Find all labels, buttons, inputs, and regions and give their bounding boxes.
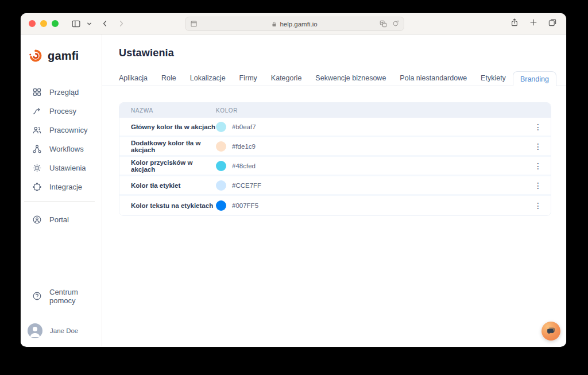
- tab-etykiety[interactable]: Etykiety: [474, 71, 513, 86]
- hierarchy-icon: [32, 144, 42, 154]
- settings-tabs: Aplikacja Role Lokalizacje Firmy Kategor…: [102, 71, 566, 86]
- flow-arrow-icon: [32, 106, 42, 116]
- color-swatch: [216, 141, 226, 152]
- gear-icon: [32, 163, 42, 173]
- row-name: Dodatkowy kolor tła w akcjach: [131, 140, 216, 153]
- browser-toolbar: help.gamfi.io: [21, 13, 566, 34]
- page-title: Ustawienia: [119, 47, 566, 59]
- row-name: Kolor tekstu na etykietach: [131, 202, 216, 209]
- tab-kategorie[interactable]: Kategorie: [264, 71, 309, 86]
- avatar: [28, 323, 42, 338]
- sidebar: gamfi Przegląd Procesy Pracownicy Work: [21, 34, 102, 346]
- reader-mode-icon[interactable]: [189, 20, 198, 30]
- sidebar-item-label: Ustawienia: [49, 164, 86, 172]
- tab-lokalizacje[interactable]: Lokalizacje: [183, 71, 233, 86]
- chevron-down-icon[interactable]: [87, 21, 92, 26]
- traffic-lights: [29, 20, 59, 27]
- forward-icon[interactable]: [117, 20, 125, 28]
- share-icon[interactable]: [510, 18, 519, 29]
- people-icon: [32, 125, 42, 135]
- main-content: Ustawienia Aplikacja Role Lokalizacje Fi…: [102, 34, 566, 346]
- chat-widget-button[interactable]: [541, 322, 560, 341]
- color-swatch: [216, 161, 226, 171]
- help-center-label: Centrum pomocy: [49, 288, 102, 305]
- tab-overview-icon[interactable]: [548, 18, 557, 29]
- sidebar-item-procesy[interactable]: Procesy: [21, 102, 102, 121]
- lock-icon: [272, 21, 277, 28]
- column-header-kolor: KOLOR: [216, 107, 525, 114]
- table-row: Główny kolor tła w akcjach #b0eaf7 ⋮: [119, 118, 551, 137]
- table-row: Dodatkowy kolor tła w akcjach #fde1c9 ⋮: [119, 137, 551, 157]
- new-tab-icon[interactable]: [529, 18, 538, 29]
- color-hex: #fde1c9: [232, 143, 256, 150]
- sidebar-item-label: Przegląd: [49, 88, 79, 96]
- color-swatch: [216, 180, 226, 191]
- sidebar-item-label: Procesy: [49, 107, 76, 115]
- sidebar-item-pracownicy[interactable]: Pracownicy: [21, 121, 102, 140]
- table-row: Kolor tła etykiet #CCE7FF ⋮: [119, 176, 551, 196]
- row-name: Kolor tła etykiet: [131, 182, 216, 189]
- grid-icon: [32, 87, 42, 97]
- puzzle-icon: [32, 182, 42, 192]
- table-row: Kolor tekstu na etykietach #007FF5 ⋮: [119, 196, 551, 215]
- sidebar-item-portal[interactable]: Portal: [21, 210, 102, 229]
- color-swatch: [216, 122, 226, 132]
- minimize-window-button[interactable]: [40, 20, 47, 27]
- row-name: Kolor przycisków w akcjach: [131, 159, 216, 173]
- translate-icon[interactable]: [379, 20, 388, 30]
- zoom-window-button[interactable]: [52, 20, 59, 27]
- branding-colors-table: NAZWA KOLOR Główny kolor tła w akcjach #…: [119, 102, 551, 216]
- chat-bubbles-icon: [546, 326, 556, 336]
- address-bar[interactable]: help.gamfi.io: [185, 17, 404, 31]
- user-profile[interactable]: Jane Doe: [28, 323, 102, 338]
- row-menu-icon[interactable]: ⋮: [525, 202, 551, 210]
- sidebar-item-przeglad[interactable]: Przegląd: [21, 83, 102, 102]
- tab-aplikacja[interactable]: Aplikacja: [112, 71, 154, 86]
- sidebar-item-label: Pracownicy: [49, 126, 87, 134]
- table-row: Kolor przycisków w akcjach #48cfed ⋮: [119, 157, 551, 176]
- color-hex: #007FF5: [232, 202, 258, 209]
- row-menu-icon[interactable]: ⋮: [525, 181, 551, 190]
- color-swatch: [216, 200, 226, 211]
- tab-pola-niestandardowe[interactable]: Pola niestandardowe: [393, 71, 474, 86]
- tab-branding[interactable]: Branding: [513, 71, 556, 86]
- portal-user-icon: [32, 215, 42, 225]
- table-header: NAZWA KOLOR: [119, 103, 551, 118]
- sidebar-item-integracje[interactable]: Integracje: [21, 177, 102, 196]
- row-menu-icon[interactable]: ⋮: [525, 162, 551, 170]
- sidebar-item-label: Workflows: [49, 145, 84, 153]
- sidebar-divider: [24, 201, 95, 202]
- gamfi-swirl-icon: [28, 48, 43, 63]
- browser-window: help.gamfi.io: [21, 13, 566, 347]
- tab-firmy[interactable]: Firmy: [233, 71, 264, 86]
- row-name: Główny kolor tła w akcjach: [131, 123, 216, 130]
- sidebar-toggle-icon[interactable]: [71, 19, 81, 29]
- sidebar-item-label: Portal: [49, 215, 69, 224]
- sidebar-item-ustawienia[interactable]: Ustawienia: [21, 158, 102, 177]
- row-menu-icon[interactable]: ⋮: [525, 142, 551, 150]
- question-circle-icon: [32, 291, 42, 301]
- reload-icon[interactable]: [392, 20, 400, 30]
- color-hex: #CCE7FF: [232, 182, 261, 189]
- back-icon[interactable]: [101, 20, 109, 28]
- tab-sekwencje-biznesowe[interactable]: Sekwencje biznesowe: [308, 71, 393, 86]
- column-header-nazwa: NAZWA: [131, 107, 216, 114]
- help-center-link[interactable]: Centrum pomocy: [21, 287, 102, 306]
- logo-text: gamfi: [48, 49, 79, 63]
- url-text: help.gamfi.io: [272, 21, 317, 28]
- sidebar-item-label: Integracje: [49, 183, 82, 191]
- row-menu-icon[interactable]: ⋮: [525, 123, 551, 131]
- tab-role[interactable]: Role: [154, 71, 183, 86]
- sidebar-item-workflows[interactable]: Workflows: [21, 140, 102, 158]
- close-window-button[interactable]: [29, 20, 36, 27]
- color-hex: #48cfed: [232, 163, 256, 169]
- user-name: Jane Doe: [50, 327, 78, 334]
- gamfi-logo[interactable]: gamfi: [28, 48, 102, 63]
- color-hex: #b0eaf7: [232, 123, 256, 130]
